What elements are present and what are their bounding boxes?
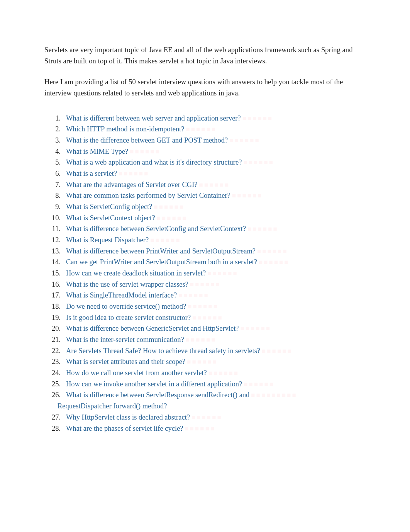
ghost-overlay: ■■■■■■ [186,336,217,343]
question-link[interactable]: What are the phases of servlet life cycl… [66,425,183,432]
intro-paragraph-2: Here I am providing a list of 50 servlet… [44,76,366,99]
question-item: What is difference between PrintWriter a… [46,246,366,257]
question-list: What is different between web server and… [44,113,366,434]
ghost-overlay: ■■■■■■ [199,181,230,189]
ghost-overlay: ■■■■■■ [190,281,221,288]
question-link[interactable]: What is a web application and what is it… [66,158,242,166]
question-link[interactable]: What is different between web server and… [66,114,241,122]
question-item: What is difference between ServletRespon… [46,389,366,411]
question-item: Are Servlets Thread Safe? How to achieve… [46,345,366,357]
question-link[interactable]: Is it good idea to create servlet constr… [66,314,191,321]
ghost-overlay: ■■■■■■■■■ [251,391,297,399]
question-link[interactable]: Can we get PrintWriter and ServletOutput… [66,258,257,266]
ghost-overlay: ■■■■■■ [262,347,293,355]
ghost-overlay: ■■■■■■ [157,214,188,222]
question-link[interactable]: What is ServletContext object? [66,214,155,222]
question-item: What is the inter-servlet communication?… [46,334,366,345]
question-link[interactable]: What is servlet attributes and their sco… [66,358,185,365]
question-link[interactable]: What is MIME Type? [66,148,128,155]
ghost-overlay: ■■■■■■ [244,381,274,388]
ghost-overlay: ■■■■■■ [187,358,218,365]
question-link-continuation[interactable]: RequestDispatcher forward() method? [58,401,366,412]
ghost-overlay: ■■■■■■ [150,236,181,244]
ghost-overlay: ■■■■■■ [191,414,222,421]
question-item: What are the phases of servlet life cycl… [46,423,366,434]
ghost-overlay: ■■■■■■ [257,248,288,255]
question-item: Do we need to override service() method?… [46,301,366,312]
question-item: What is Request Dispatcher?■■■■■■ [46,235,366,246]
question-item: What are common tasks performed by Servl… [46,190,366,201]
question-link[interactable]: What is Request Dispatcher? [66,236,149,244]
ghost-overlay: ■■■■■■ [241,325,271,332]
ghost-overlay: ■■■■■■ [119,170,149,177]
question-link[interactable]: Are Servlets Thread Safe? How to achieve… [66,347,260,355]
ghost-overlay: ■■■■■■ [186,126,217,133]
ghost-overlay: ■■■■■■ [242,115,273,122]
question-link[interactable]: What is difference between ServletRespon… [66,391,249,399]
question-item: What is different between web server and… [46,113,366,124]
question-link[interactable]: How can we create deadlock situation in … [66,269,206,277]
question-link[interactable]: What is the difference between GET and P… [66,136,228,144]
question-link[interactable]: Do we need to override service() method? [66,303,186,310]
question-item: What is difference between GenericServle… [46,323,366,334]
intro-paragraph-1: Servlets are very important topic of Jav… [44,44,366,66]
question-item: What is ServletContext object?■■■■■■ [46,212,366,224]
question-link[interactable]: What is difference between ServletConfig… [66,225,246,233]
question-item: What is ServletConfig object?■■■■■■ [46,201,366,212]
ghost-overlay: ■■■■■■ [188,303,219,310]
question-link[interactable]: What is the use of servlet wrapper class… [66,280,188,288]
question-link[interactable]: What is difference between GenericServle… [66,325,239,332]
ghost-overlay: ■■■■■■ [185,425,216,432]
ghost-overlay: ■■■■■■ [232,192,263,199]
question-item: What is a web application and what is it… [46,157,366,168]
document-page: Servlets are very important topic of Jav… [0,0,410,434]
question-link[interactable]: Why HttpServlet class is declared abstra… [66,413,190,421]
question-item: What is a servlet?■■■■■■ [46,168,366,179]
ghost-overlay: ■■■■■■ [178,292,209,299]
question-item: How do we call one servlet from another … [46,367,366,379]
question-item: What is MIME Type?■■■■■■ [46,146,366,157]
question-link[interactable]: How do we call one servlet from another … [66,369,207,377]
question-link[interactable]: How can we invoke another servlet in a d… [66,380,242,388]
ghost-overlay: ■■■■■■ [208,369,239,377]
question-item: How can we invoke another servlet in a d… [46,379,366,390]
question-item: How can we create deadlock situation in … [46,268,366,279]
question-item: What is servlet attributes and their sco… [46,356,366,367]
question-item: Which HTTP method is non-idempotent?■■■■… [46,124,366,135]
ghost-overlay: ■■■■■■ [247,225,278,233]
question-item: What are the advantages of Servlet over … [46,179,366,190]
question-link[interactable]: Which HTTP method is non-idempotent? [66,125,185,133]
question-item: Is it good idea to create servlet constr… [46,312,366,323]
question-item: What is SingleThreadModel interface?■■■■… [46,290,366,301]
ghost-overlay: ■■■■■■ [192,314,223,321]
ghost-overlay: ■■■■■■ [130,148,161,155]
question-item: What is the difference between GET and P… [46,135,366,146]
ghost-overlay: ■■■■■■ [229,137,260,144]
question-link[interactable]: What is a servlet? [66,170,117,177]
question-item: What is the use of servlet wrapper class… [46,279,366,290]
ghost-overlay: ■■■■■■ [207,270,238,277]
question-link[interactable]: What is SingleThreadModel interface? [66,291,177,299]
question-link[interactable]: What are the advantages of Servlet over … [66,181,198,189]
question-link[interactable]: What is difference between PrintWriter a… [66,247,256,255]
ghost-overlay: ■■■■■■ [243,159,274,166]
question-item: Why HttpServlet class is declared abstra… [46,412,366,423]
ghost-overlay: ■■■■■■ [154,203,185,211]
question-link[interactable]: What is ServletConfig object? [66,203,152,211]
question-item: Can we get PrintWriter and ServletOutput… [46,257,366,268]
question-link[interactable]: What are common tasks performed by Servl… [66,192,230,199]
question-item: What is difference between ServletConfig… [46,223,366,235]
question-link[interactable]: What is the inter-servlet communication? [66,336,184,343]
ghost-overlay: ■■■■■■ [259,258,290,266]
